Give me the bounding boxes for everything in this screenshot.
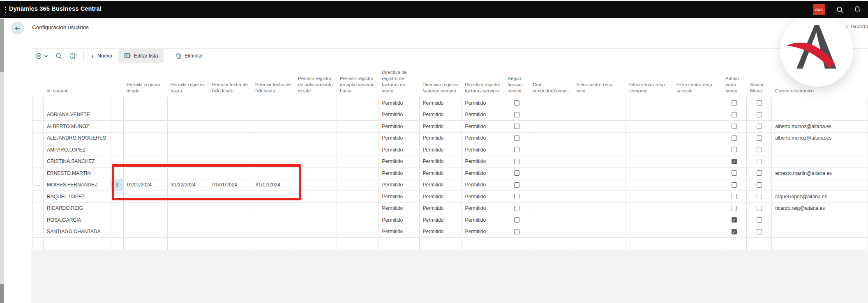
checkbox-sustainability_manager[interactable] <box>757 147 762 152</box>
cell-permitir_registro_hasta[interactable] <box>168 214 209 226</box>
environment-badge[interactable]: SOA <box>813 4 825 15</box>
cell-filtro_centro_resp_servicio[interactable] <box>673 109 722 121</box>
column-header-permitir_fecha_iva_desde[interactable]: Permitir fecha de IVA desde <box>209 82 252 97</box>
cell-permitir_registro_aplazamiento_desde[interactable] <box>295 179 337 191</box>
cell-permitir_registro_hasta[interactable] <box>168 191 209 202</box>
cell-permitir_registro_aplazamiento_hasta[interactable] <box>337 121 379 132</box>
cell-permitir_fecha_iva_desde[interactable] <box>209 168 252 179</box>
checkbox-sustainability_manager[interactable] <box>757 100 762 106</box>
scrollbar-thumb[interactable] <box>0 19 4 72</box>
cell-registrar_tiempo_conexion[interactable] <box>504 214 529 226</box>
checkbox-sustainability_manager[interactable] <box>757 217 762 223</box>
cell-cod_vendedor_comprador[interactable] <box>529 144 573 156</box>
checkbox-admin_parte_horas[interactable] <box>732 100 737 106</box>
cell-permitir_registro_desde[interactable] <box>124 97 168 109</box>
cell-filtro_centro_resp_compras[interactable] <box>626 191 673 202</box>
cell-permitir_fecha_iva_hasta[interactable] <box>252 191 295 202</box>
column-header-admin_parte_horas[interactable]: Admin. parte horas <box>722 76 747 97</box>
cell-filtro_centro_resp_compras[interactable] <box>626 109 673 121</box>
cell-admin_parte_horas[interactable] <box>722 144 747 156</box>
cell-registrar_tiempo_conexion[interactable] <box>504 144 529 156</box>
cell-sustainability_manager[interactable] <box>747 144 772 156</box>
cell-permitir_registro_desde[interactable] <box>124 133 168 144</box>
cell-directiva_registro_facturas_venta[interactable]: Permitido <box>379 226 420 238</box>
cell-permitir_fecha_iva_hasta[interactable] <box>252 156 295 168</box>
checkbox-registrar_tiempo_conexion[interactable] <box>514 182 519 188</box>
checkbox-registrar_tiempo_conexion[interactable] <box>514 159 519 164</box>
cell-filtro_centro_resp_vent[interactable] <box>573 214 626 226</box>
checkbox-sustainability_manager[interactable] <box>757 135 762 141</box>
cell-sustainability_manager[interactable] <box>747 121 772 132</box>
cell-filtro_centro_resp_servicio[interactable] <box>673 133 722 144</box>
cell-directiva_registro_facturas_servicio[interactable]: Permitido <box>462 121 505 132</box>
checkbox-admin_parte_horas[interactable]: ✓ <box>732 229 737 234</box>
cell-directiva_registro_facturas_compra[interactable]: Permitido <box>420 203 462 214</box>
cell-permitir_fecha_iva_hasta[interactable] <box>252 226 295 238</box>
cell-filtro_centro_resp_vent[interactable] <box>573 226 626 238</box>
cell-permitir_registro_aplazamiento_desde[interactable] <box>295 156 337 168</box>
cell-filtro_centro_resp_vent[interactable] <box>573 121 626 132</box>
cell-admin_parte_horas[interactable] <box>722 109 747 121</box>
cell-permitir_registro_aplazamiento_desde[interactable] <box>295 168 337 179</box>
cell-filtro_centro_resp_compras[interactable] <box>626 133 673 144</box>
cell-id[interactable]: ROSA.GARCIA <box>44 214 111 226</box>
cell-id[interactable]: ALBERTO.MUNOZ <box>44 121 111 132</box>
cell-correo_electronico[interactable]: ricardo.reig@aitana.es <box>772 203 868 214</box>
cell-admin_parte_horas[interactable] <box>722 121 747 132</box>
cell-dots[interactable] <box>111 97 124 109</box>
cell-cod_vendedor_comprador[interactable] <box>529 226 573 238</box>
checkbox-sustainability_manager[interactable] <box>757 229 762 234</box>
cell-permitir_registro_aplazamiento_desde[interactable] <box>295 121 337 132</box>
cell-permitir_fecha_iva_desde[interactable] <box>209 191 252 202</box>
cell-directiva_registro_facturas_venta[interactable]: Permitido <box>379 214 420 226</box>
cell-filtro_centro_resp_compras[interactable] <box>626 156 673 168</box>
cell-registrar_tiempo_conexion[interactable] <box>504 179 529 191</box>
cell-permitir_registro_hasta[interactable] <box>168 203 209 214</box>
cell-directiva_registro_facturas_servicio[interactable]: Permitido <box>462 109 505 121</box>
cell-permitir_registro_hasta[interactable] <box>168 121 209 132</box>
cell-permitir_registro_aplazamiento_hasta[interactable] <box>337 144 379 156</box>
cell-filtro_centro_resp_vent[interactable] <box>573 133 626 144</box>
back-button[interactable] <box>11 22 24 34</box>
checkbox-sustainability_manager[interactable] <box>757 206 762 211</box>
checkbox-admin_parte_horas[interactable] <box>732 182 737 188</box>
cell-correo_electronico[interactable]: ernesto.martin@aitana.es <box>772 168 868 179</box>
checkbox-registrar_tiempo_conexion[interactable] <box>514 100 519 106</box>
cell-permitir_fecha_iva_desde[interactable] <box>209 109 252 121</box>
cell-directiva_registro_facturas_compra[interactable]: Permitido <box>420 97 462 109</box>
cell-admin_parte_horas[interactable] <box>722 203 747 214</box>
column-header-permitir_registro_aplazamiento_desde[interactable]: Permitir registro de aplazamiento desde <box>295 76 337 97</box>
column-header-permitir_registro_hasta[interactable]: Permitir registro hasta <box>167 82 209 97</box>
cell-permitir_fecha_iva_desde[interactable] <box>209 133 252 144</box>
cell-sustainability_manager[interactable] <box>747 191 772 202</box>
cell-directiva_registro_facturas_venta[interactable]: Permitido <box>379 179 420 191</box>
cell-cod_vendedor_comprador[interactable] <box>529 168 573 179</box>
cell-id[interactable]: ERNESTO.MARTIN <box>44 168 111 179</box>
cell-directiva_registro_facturas_venta[interactable]: Permitido <box>379 191 420 202</box>
checkbox-registrar_tiempo_conexion[interactable] <box>514 194 519 199</box>
cell-permitir_fecha_iva_hasta[interactable] <box>252 109 295 121</box>
cell-permitir_registro_aplazamiento_hasta[interactable] <box>337 168 379 179</box>
cell-permitir_registro_aplazamiento_desde[interactable] <box>295 214 337 226</box>
cell-filtro_centro_resp_servicio[interactable] <box>673 156 722 168</box>
cell-directiva_registro_facturas_servicio[interactable]: Permitido <box>462 226 505 238</box>
cell-permitir_registro_aplazamiento_desde[interactable] <box>295 191 337 202</box>
cell-directiva_registro_facturas_servicio[interactable]: Permitido <box>462 203 505 214</box>
cell-permitir_registro_hasta[interactable] <box>168 97 209 109</box>
cell-filtro_centro_resp_servicio[interactable] <box>673 121 722 132</box>
new-button[interactable]: + Nuevo <box>90 49 112 63</box>
cell-permitir_registro_aplazamiento_hasta[interactable] <box>337 214 379 226</box>
views-selector-button[interactable] <box>35 49 48 63</box>
cell-permitir_fecha_iva_desde[interactable] <box>209 203 252 214</box>
cell-directiva_registro_facturas_compra[interactable]: Permitido <box>420 179 462 191</box>
checkbox-sustainability_manager[interactable] <box>757 170 762 176</box>
cell-id[interactable]: ADRIANA.VENETE <box>44 109 111 121</box>
cell-filtro_centro_resp_vent[interactable] <box>573 97 626 109</box>
left-scrollbar[interactable] <box>0 18 4 303</box>
app-launcher-icon[interactable]: ⋮ <box>2 5 9 15</box>
cell-directiva_registro_facturas_compra[interactable]: Permitido <box>420 168 462 179</box>
cell-dots[interactable] <box>111 109 124 121</box>
cell-registrar_tiempo_conexion[interactable] <box>504 121 529 132</box>
checkbox-registrar_tiempo_conexion[interactable] <box>514 170 519 176</box>
cell-permitir_fecha_iva_desde[interactable]: 01/01/2024 <box>209 179 252 191</box>
